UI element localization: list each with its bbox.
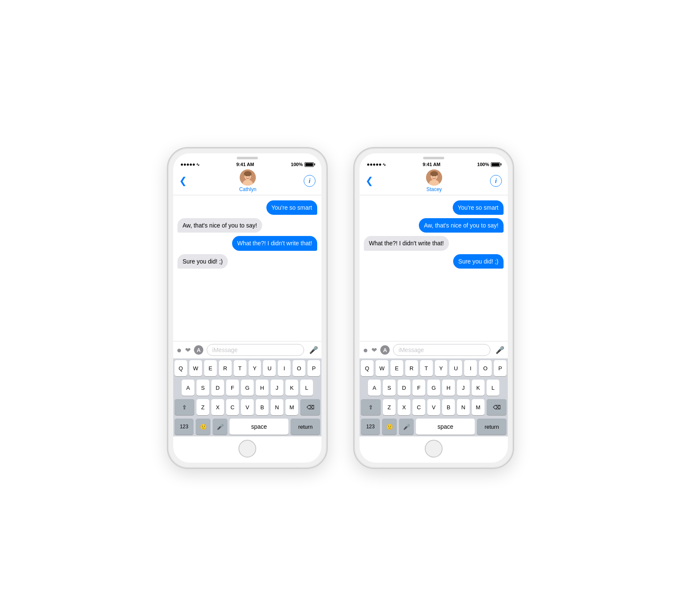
heart-icon[interactable]: ❤︎ bbox=[185, 346, 191, 354]
key-t[interactable]: T bbox=[234, 360, 246, 376]
mic-key[interactable]: 🎤 bbox=[213, 419, 227, 435]
apps-icon[interactable]: A bbox=[380, 345, 390, 355]
info-button[interactable]: i bbox=[490, 175, 502, 187]
key-b[interactable]: B bbox=[442, 399, 455, 415]
key-h[interactable]: H bbox=[442, 380, 455, 396]
key-c[interactable]: C bbox=[226, 399, 239, 415]
key-z[interactable]: Z bbox=[197, 399, 209, 415]
shift-key[interactable]: ⇧ bbox=[361, 399, 381, 415]
key-u[interactable]: U bbox=[449, 360, 462, 376]
key-j[interactable]: J bbox=[271, 380, 283, 396]
speaker-area bbox=[173, 153, 321, 161]
camera-icon[interactable]: ● bbox=[177, 345, 182, 355]
shift-key[interactable]: ⇧ bbox=[174, 399, 194, 415]
message-bubble-0: You're so smart bbox=[453, 200, 504, 215]
status-bar: ∿ 9:41 AM 100% bbox=[173, 161, 321, 168]
speaker-grill bbox=[423, 157, 444, 159]
key-f[interactable]: F bbox=[226, 380, 239, 396]
key-p[interactable]: P bbox=[307, 360, 320, 376]
keyboard-row-2: ASDFGHJKL bbox=[173, 378, 321, 397]
numbers-key[interactable]: 123 bbox=[174, 419, 194, 435]
message-bubble-2: What the?! I didn't write that! bbox=[232, 236, 317, 250]
back-button[interactable]: ❮ bbox=[179, 175, 192, 186]
home-button[interactable] bbox=[425, 440, 443, 458]
key-y[interactable]: Y bbox=[435, 360, 448, 376]
key-o[interactable]: O bbox=[479, 360, 492, 376]
key-j[interactable]: J bbox=[457, 380, 470, 396]
back-button[interactable]: ❮ bbox=[365, 175, 378, 186]
return-key[interactable]: return bbox=[291, 419, 320, 435]
nav-center: Cathlyn bbox=[239, 169, 257, 192]
space-key[interactable]: space bbox=[230, 419, 288, 435]
mic-icon-input[interactable]: 🎤 bbox=[309, 346, 318, 355]
key-k[interactable]: K bbox=[472, 380, 484, 396]
key-g[interactable]: G bbox=[427, 380, 440, 396]
key-x[interactable]: X bbox=[398, 399, 410, 415]
status-time: 9:41 AM bbox=[423, 162, 440, 167]
return-key[interactable]: return bbox=[477, 419, 507, 435]
imessage-input-field[interactable]: iMessage bbox=[393, 344, 490, 356]
key-r[interactable]: R bbox=[405, 360, 418, 376]
key-h[interactable]: H bbox=[256, 380, 269, 396]
key-x[interactable]: X bbox=[211, 399, 224, 415]
key-v[interactable]: V bbox=[241, 399, 254, 415]
key-o[interactable]: O bbox=[293, 360, 305, 376]
battery-icon bbox=[305, 162, 314, 167]
key-s[interactable]: S bbox=[197, 380, 209, 396]
key-m[interactable]: M bbox=[285, 399, 298, 415]
key-n[interactable]: N bbox=[271, 399, 283, 415]
key-w[interactable]: W bbox=[376, 360, 388, 376]
key-b[interactable]: B bbox=[256, 399, 269, 415]
space-key[interactable]: space bbox=[416, 419, 475, 435]
key-k[interactable]: K bbox=[285, 380, 298, 396]
apps-icon[interactable]: A bbox=[194, 345, 203, 355]
key-v[interactable]: V bbox=[427, 399, 440, 415]
key-f[interactable]: F bbox=[412, 380, 425, 396]
key-t[interactable]: T bbox=[420, 360, 433, 376]
keyboard-row-bottom: 123 🙂 🎤 space return bbox=[173, 417, 321, 436]
key-e[interactable]: E bbox=[390, 360, 403, 376]
mic-icon-input[interactable]: 🎤 bbox=[496, 346, 504, 355]
battery-fill bbox=[305, 163, 313, 166]
delete-key[interactable]: ⌫ bbox=[300, 399, 320, 415]
emoji-key[interactable]: 🙂 bbox=[382, 419, 397, 435]
contact-name: Stacey bbox=[426, 186, 442, 192]
delete-key[interactable]: ⌫ bbox=[487, 399, 507, 415]
home-button[interactable] bbox=[238, 440, 256, 458]
key-d[interactable]: D bbox=[398, 380, 410, 396]
key-y[interactable]: Y bbox=[249, 360, 261, 376]
numbers-key[interactable]: 123 bbox=[361, 419, 380, 435]
key-d[interactable]: D bbox=[211, 380, 224, 396]
key-l[interactable]: L bbox=[300, 380, 313, 396]
key-w[interactable]: W bbox=[189, 360, 202, 376]
key-q[interactable]: Q bbox=[361, 360, 374, 376]
key-s[interactable]: S bbox=[383, 380, 396, 396]
key-r[interactable]: R bbox=[219, 360, 232, 376]
key-i[interactable]: I bbox=[278, 360, 291, 376]
key-l[interactable]: L bbox=[487, 380, 499, 396]
key-u[interactable]: U bbox=[263, 360, 276, 376]
camera-icon[interactable]: ● bbox=[363, 345, 368, 355]
imessage-input-field[interactable]: iMessage bbox=[207, 344, 304, 356]
key-p[interactable]: P bbox=[494, 360, 507, 376]
key-g[interactable]: G bbox=[241, 380, 254, 396]
key-m[interactable]: M bbox=[472, 399, 484, 415]
key-i[interactable]: I bbox=[464, 360, 477, 376]
key-a[interactable]: A bbox=[182, 380, 194, 396]
battery-icon bbox=[491, 162, 500, 167]
emoji-key[interactable]: 🙂 bbox=[196, 419, 210, 435]
key-c[interactable]: C bbox=[412, 399, 425, 415]
keyboard: QWERTYUIOP ASDFGHJKL ⇧ ZXCVBNM ⌫ 123 🙂 🎤 bbox=[360, 358, 508, 436]
status-bar: ∿ 9:41 AM 100% bbox=[360, 161, 508, 168]
key-z[interactable]: Z bbox=[383, 399, 396, 415]
heart-icon[interactable]: ❤︎ bbox=[371, 346, 377, 354]
mic-key[interactable]: 🎤 bbox=[399, 419, 414, 435]
input-area: ● ❤︎ A iMessage 🎤 bbox=[360, 341, 508, 358]
phone-body: ∿ 9:41 AM 100% ❮ bbox=[167, 147, 328, 469]
key-n[interactable]: N bbox=[457, 399, 470, 415]
key-a[interactable]: A bbox=[368, 380, 381, 396]
key-e[interactable]: E bbox=[204, 360, 217, 376]
phone-right: ∿ 9:41 AM 100% ❮ bbox=[353, 147, 514, 469]
key-q[interactable]: Q bbox=[174, 360, 187, 376]
info-button[interactable]: i bbox=[304, 175, 316, 187]
